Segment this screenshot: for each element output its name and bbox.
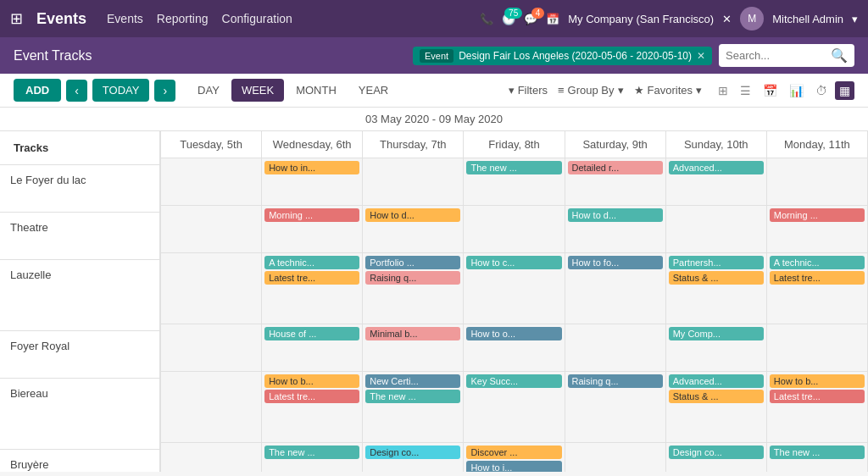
nav-reporting[interactable]: Reporting: [157, 12, 209, 25]
star-icon: ★: [634, 84, 644, 97]
event-chip[interactable]: How to o...: [466, 327, 561, 340]
app-grid-icon[interactable]: ⊞: [10, 9, 23, 28]
day-cell-3-0: [161, 324, 261, 372]
groupby-button[interactable]: ≡ Group By ▾: [558, 84, 624, 97]
avatar[interactable]: M: [740, 7, 764, 30]
active-filter-tag[interactable]: Event Design Fair Los Angeles (2020-05-0…: [413, 47, 712, 65]
today-button[interactable]: TODAY: [92, 79, 150, 102]
phone-icon: 📞: [480, 13, 493, 25]
event-chip[interactable]: A technic...: [770, 256, 865, 269]
event-chip[interactable]: How to d...: [568, 208, 663, 222]
favorites-button[interactable]: ★ Favorites ▾: [634, 84, 702, 97]
event-chip[interactable]: How to i...: [466, 461, 561, 472]
event-chip[interactable]: How to c...: [466, 256, 561, 269]
event-chip[interactable]: Status & ...: [669, 390, 764, 403]
event-chip[interactable]: Status & ...: [669, 271, 764, 285]
day-cell-5-3: Discover ...How to i...: [464, 443, 564, 472]
search-button[interactable]: 🔍: [831, 47, 848, 64]
event-chip[interactable]: How to d...: [365, 208, 460, 222]
day-cell-2-6: A technic...Latest tre...: [767, 253, 867, 324]
event-chip[interactable]: Morning ...: [264, 208, 359, 222]
grid-view-button[interactable]: ▦: [835, 81, 854, 100]
event-chip[interactable]: The new ...: [466, 161, 561, 174]
filters-label: Filters: [518, 84, 548, 97]
event-chip[interactable]: Raising q...: [365, 271, 460, 285]
tab-day[interactable]: DAY: [187, 79, 230, 102]
calendar-view-button[interactable]: 📅: [759, 81, 782, 100]
event-chip[interactable]: Minimal b...: [365, 327, 460, 340]
day-col-header-4: Saturday, 9th: [565, 131, 666, 158]
nav-events[interactable]: Events: [107, 12, 143, 25]
event-chip[interactable]: Raising q...: [568, 374, 663, 388]
day-cell-3-3: How to o...: [464, 324, 564, 372]
nav-configuration[interactable]: Configuration: [222, 12, 292, 25]
event-chip[interactable]: How to b...: [264, 374, 359, 388]
day-col-header-5: Sunday, 10th: [666, 131, 767, 158]
event-chip[interactable]: How to in...: [264, 161, 359, 174]
tab-week[interactable]: WEEK: [231, 79, 284, 102]
filter-close-icon[interactable]: ✕: [697, 50, 705, 62]
track-label-3: Foyer Royal: [0, 331, 159, 379]
event-chip[interactable]: A technic...: [264, 256, 359, 269]
event-chip[interactable]: My Comp...: [669, 327, 764, 340]
day-cell-1-3: [464, 206, 564, 253]
activity-icon-container[interactable]: 🕐 75: [502, 13, 515, 25]
event-chip[interactable]: Latest tre...: [770, 390, 865, 403]
prev-button[interactable]: ‹: [66, 80, 87, 102]
event-chip[interactable]: Latest tre...: [770, 271, 865, 285]
tab-year[interactable]: YEAR: [348, 79, 398, 102]
search-area: Event Design Fair Los Angeles (2020-05-0…: [413, 44, 854, 67]
event-chip[interactable]: Discover ...: [466, 446, 561, 459]
day-cell-2-2: Portfolio ...Raising q...: [363, 253, 463, 324]
event-chip[interactable]: How to b...: [770, 374, 865, 388]
track-label-2: Lauzelle: [0, 260, 159, 331]
close-icon[interactable]: ✕: [722, 13, 732, 25]
search-box: 🔍: [719, 44, 854, 67]
event-chip[interactable]: Partnersh...: [669, 256, 764, 269]
event-chip[interactable]: Advanced...: [669, 161, 764, 174]
event-chip[interactable]: Latest tre...: [264, 390, 359, 403]
event-chip[interactable]: Key Succ...: [466, 374, 561, 388]
favorites-label: Favorites: [648, 84, 693, 97]
event-chip[interactable]: New Certi...: [365, 374, 460, 388]
event-chip[interactable]: The new ...: [365, 390, 460, 403]
calendar-icon-container[interactable]: 📅: [546, 13, 559, 25]
groupby-label: Group By: [568, 84, 615, 97]
kanban-view-button[interactable]: ⊞: [714, 81, 732, 100]
day-cell-3-6: [767, 324, 867, 372]
event-chip[interactable]: The new ...: [770, 446, 865, 459]
sub-nav: Event Tracks Event Design Fair Los Angel…: [0, 37, 868, 74]
day-col-2: How to d...Portfolio ...Raising q...Mini…: [363, 158, 464, 472]
user-menu-chevron[interactable]: ▾: [852, 13, 858, 25]
filter-type-label: Event: [420, 49, 453, 63]
event-chip[interactable]: The new ...: [264, 446, 359, 459]
list-view-button[interactable]: ☰: [736, 81, 755, 100]
add-button[interactable]: ADD: [14, 79, 61, 102]
day-col-header-0: Tuesday, 5th: [161, 131, 262, 158]
company-selector[interactable]: My Company (San Francisco): [568, 13, 714, 25]
day-cell-4-4: Raising q...: [565, 372, 665, 443]
event-chip[interactable]: Design co...: [669, 446, 764, 459]
event-chip[interactable]: How to fo...: [568, 256, 663, 269]
day-cell-5-4: [565, 443, 665, 472]
messages-icon-container[interactable]: 💬 4: [524, 13, 537, 25]
app-title: Events: [36, 10, 86, 28]
track-label-1: Theatre: [0, 213, 159, 260]
search-input[interactable]: [726, 49, 826, 62]
event-chip[interactable]: Advanced...: [669, 374, 764, 388]
filters-button[interactable]: ▾ Filters: [509, 84, 548, 97]
tab-month[interactable]: MONTH: [286, 79, 347, 102]
activity-view-button[interactable]: ⏱: [811, 81, 832, 100]
event-chip[interactable]: Latest tre...: [264, 271, 359, 285]
event-chip[interactable]: House of ...: [264, 327, 359, 340]
event-chip[interactable]: Portfolio ...: [365, 256, 460, 269]
next-button[interactable]: ›: [154, 80, 175, 102]
phone-icon-container[interactable]: 📞: [480, 13, 493, 25]
event-chip[interactable]: Detailed r...: [568, 161, 663, 174]
event-chip[interactable]: Design co...: [365, 446, 460, 459]
day-cell-2-4: How to fo...: [565, 253, 665, 324]
event-chip[interactable]: Morning ...: [770, 208, 865, 222]
toolbar-filters: ▾ Filters ≡ Group By ▾ ★ Favorites ▾: [509, 84, 702, 97]
day-cell-2-0: [161, 253, 261, 324]
chart-view-button[interactable]: 📊: [785, 81, 808, 100]
